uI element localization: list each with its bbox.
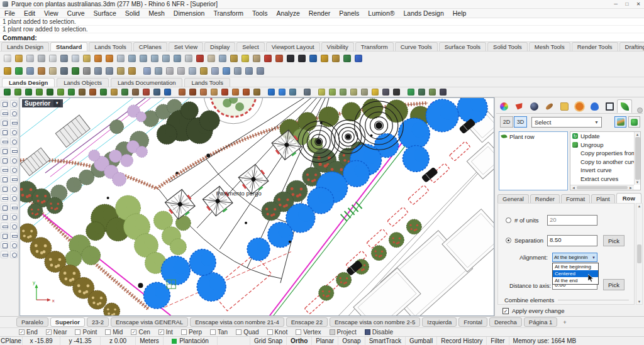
options-gear-icon[interactable] [319,53,330,63]
osnap-checkbox[interactable]: ✓ [46,329,52,335]
menu-file[interactable]: File [0,9,19,17]
printer-blue-icon[interactable] [25,66,35,76]
snapshot-icon[interactable] [229,53,239,63]
toggle-ortho[interactable]: Ortho [287,337,312,345]
panel-swap-1-icon[interactable] [187,66,197,76]
panel-tab-layers[interactable] [511,99,526,113]
image-icon[interactable] [48,66,58,76]
palette-tool-icon[interactable] [1,213,8,221]
viewport-tab-derecha[interactable]: Derecha [489,317,522,327]
toggle-osnap[interactable]: Osnap [338,337,365,345]
property-tab-row[interactable]: Row [616,193,641,203]
alignment-dropdown[interactable]: At the beginningCenteredAt the end [552,263,599,285]
form-scrollbar[interactable]: ▲▼ [636,203,643,305]
select-dropdown[interactable]: Select ▼ [531,117,602,128]
doc-copy-icon[interactable] [48,53,58,63]
lands-pencil-green-icon[interactable] [406,88,416,97]
viewport-title[interactable]: Superior ▼ [22,99,63,107]
lands-truck-icon[interactable] [252,88,262,97]
panel-swap-4-icon[interactable] [221,66,231,76]
viewport-tab-23-2[interactable]: 23-2 [87,317,109,327]
osnap-mid[interactable]: Mid [105,329,123,336]
globe-icon[interactable] [308,53,318,63]
lands-stats-icon[interactable] [152,88,162,97]
palette-tool-icon[interactable] [10,147,18,155]
action-copy-properties-from-ar[interactable]: Copy properties from ar [570,149,634,158]
palette-tool-icon[interactable] [10,119,18,126]
osnap-checkbox[interactable]: ✓ [158,329,164,335]
zoom-in-icon[interactable] [127,53,137,63]
osnap-checkbox[interactable] [210,329,216,335]
layer-pane[interactable]: Plantación [164,337,218,345]
panel-tab-link[interactable] [541,99,557,113]
action-update[interactable]: ↻Update [570,132,634,141]
viewport-tab-enscape-vista-general[interactable]: Enscape vista GENERAL [111,317,188,327]
lands-path-icon[interactable] [109,88,119,97]
property-tab-format[interactable]: Format [561,194,590,203]
x-coordinate[interactable]: x -15.89 [23,337,60,345]
action-ungroup[interactable]: Ungroup [570,141,634,150]
palette-tool-icon[interactable] [1,241,8,249]
toggle-filter[interactable]: Filter [487,337,509,345]
action-invert-curve[interactable]: Invert curve [570,166,634,175]
palette-tool-icon[interactable] [1,194,8,202]
lands-tab-lands-documentation[interactable]: Lands Documentation [111,78,182,87]
lands-civil-icon[interactable] [131,88,140,97]
toolbar-tab-lands-design[interactable]: Lands Design [1,42,49,51]
toolbar-tab-drafting[interactable]: Drafting [619,42,644,51]
named-view-icon[interactable] [195,53,205,63]
globe-2-icon[interactable] [255,66,265,76]
osnap-checkbox[interactable] [105,329,111,335]
toggle-grid-snap[interactable]: Grid Snap [250,337,287,345]
viewport-tab-p-gina-1[interactable]: Página 1 [524,317,558,327]
lands-shrub-icon[interactable] [35,88,44,97]
osnap-checkbox[interactable] [75,329,80,335]
viewport-tab-frontal[interactable]: Frontal [458,317,487,327]
add-viewport-tab-button[interactable]: + [559,319,570,326]
toolbar-tab-display[interactable]: Display [204,42,235,51]
lands-groundcover-icon[interactable] [56,88,65,97]
toolbar-tab-viewport-layout[interactable]: Viewport Layout [266,42,320,51]
palette-tool-icon[interactable] [1,232,8,239]
zoom-selected-icon[interactable] [172,53,182,63]
camera-icon[interactable] [59,66,69,76]
panel-tab-notifications[interactable] [587,99,602,113]
open-icon[interactable] [14,53,24,63]
command-history[interactable]: 1 plant added to selection.1 plant row a… [0,18,644,33]
separation-input[interactable]: 8.50 [547,235,597,246]
palette-tool-icon[interactable] [1,175,8,183]
viewport-tab-enscape-22[interactable]: Enscape 22 [286,317,328,327]
menu-edit[interactable]: Edit [19,9,40,17]
align-2-icon[interactable] [104,66,114,76]
maximize-button[interactable]: □ [621,1,633,7]
viewport-title-menu-icon[interactable]: ▼ [53,100,60,107]
lands-terrain-brown-icon[interactable] [77,88,87,97]
lands-hose-icon[interactable] [303,88,312,97]
menu-curve[interactable]: Curve [63,9,89,17]
panel-gear-icon[interactable] [637,107,643,113]
palette-tool-icon[interactable] [10,222,18,230]
link-gold-icon[interactable] [331,53,341,63]
pan-icon[interactable] [206,53,216,63]
lands-zone-icon[interactable] [120,88,130,97]
alignment-option-at-the-beginning[interactable]: At the beginning [553,263,598,270]
viewport-tab-superior[interactable]: Superior [50,317,85,327]
osnap-checkbox[interactable]: ✓ [19,329,25,335]
toolbar-tab-cplanes[interactable]: CPlanes [133,42,167,51]
property-tab-general[interactable]: General [497,194,529,203]
render-black-1-icon[interactable] [286,53,296,63]
cut-icon[interactable] [59,53,69,63]
lands-doc-3-icon[interactable] [338,88,348,97]
toolbar-tab-surface-tools[interactable]: Surface Tools [439,42,486,51]
bulb-icon[interactable] [240,53,250,63]
lands-tab-lands-tools[interactable]: Lands Tools [184,78,230,87]
menu-transform[interactable]: Transform [209,9,247,17]
osnap-checkbox[interactable] [236,329,242,335]
palette-tool-icon[interactable] [1,204,8,211]
lands-section-icon[interactable] [417,88,426,97]
menu-panels[interactable]: Panels [335,9,364,17]
toolbar-tab-curve-tools[interactable]: Curve Tools [395,42,438,51]
zoom-out-icon[interactable] [138,53,148,63]
object-list-item[interactable]: Plant row [499,132,567,141]
toolbar-tab-mesh-tools[interactable]: Mesh Tools [529,42,570,51]
